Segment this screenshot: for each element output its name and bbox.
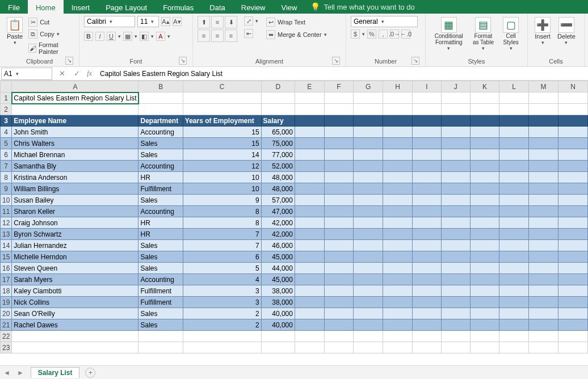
cell[interactable] — [558, 92, 588, 104]
cell[interactable] — [499, 319, 528, 331]
dialog-launcher-icon[interactable]: ↘ — [411, 57, 419, 65]
cell[interactable] — [295, 308, 324, 319]
indent-decrease-button[interactable]: ⇤ — [243, 28, 259, 39]
cell[interactable] — [470, 319, 499, 331]
cell[interactable]: 52,000 — [261, 161, 295, 172]
cell[interactable] — [295, 183, 324, 195]
row-header[interactable]: 4 — [1, 127, 12, 138]
tab-file[interactable]: File — [0, 0, 28, 14]
cell[interactable] — [354, 217, 383, 229]
row-header[interactable]: 9 — [1, 183, 12, 195]
column-header[interactable]: E — [295, 81, 324, 92]
cell[interactable]: Chris Walters — [12, 138, 138, 149]
cell[interactable] — [324, 229, 354, 240]
cancel-icon[interactable]: ✕ — [56, 69, 69, 78]
cell[interactable] — [354, 342, 383, 353]
cell[interactable] — [470, 217, 499, 229]
cell[interactable] — [470, 183, 499, 195]
cell[interactable] — [558, 229, 588, 240]
cell[interactable] — [528, 161, 558, 172]
dialog-launcher-icon[interactable]: ↘ — [65, 57, 73, 65]
cell[interactable] — [528, 195, 558, 206]
cell[interactable] — [12, 331, 138, 342]
cell[interactable] — [558, 251, 588, 263]
cell[interactable] — [441, 183, 470, 195]
cell[interactable] — [528, 251, 558, 263]
bold-button[interactable]: B — [84, 32, 93, 41]
cell[interactable] — [441, 195, 470, 206]
cell[interactable] — [499, 149, 528, 161]
sheet-tab[interactable]: Salary List — [31, 367, 80, 378]
fx-icon[interactable]: fx — [83, 69, 95, 78]
cell[interactable] — [499, 285, 528, 297]
cell[interactable] — [499, 138, 528, 149]
column-header[interactable]: F — [324, 81, 354, 92]
cell[interactable] — [354, 297, 383, 308]
cell[interactable]: 38,000 — [261, 297, 295, 308]
cell[interactable] — [354, 172, 383, 183]
copy-button[interactable]: ⧉Copy▾ — [27, 29, 74, 39]
align-right-icon[interactable]: ≡ — [225, 30, 237, 42]
cell[interactable]: 44,000 — [261, 263, 295, 274]
cell[interactable] — [441, 331, 470, 342]
cell[interactable] — [413, 104, 441, 115]
cell[interactable] — [470, 195, 499, 206]
cell[interactable] — [499, 251, 528, 263]
cell[interactable] — [558, 161, 588, 172]
cell[interactable]: Rachel Dawes — [12, 319, 138, 331]
cell[interactable] — [383, 229, 413, 240]
cell[interactable] — [558, 331, 588, 342]
align-top-icon[interactable]: ⬆ — [198, 16, 210, 28]
cell[interactable]: Accounting — [138, 206, 183, 217]
cell[interactable] — [499, 274, 528, 285]
cell[interactable] — [183, 342, 261, 353]
cell[interactable] — [528, 183, 558, 195]
sheet-nav-right-icon[interactable]: ► — [14, 369, 27, 377]
cell[interactable] — [413, 263, 441, 274]
cell[interactable] — [441, 240, 470, 251]
cell[interactable] — [12, 104, 138, 115]
cell[interactable]: Michelle Herndon — [12, 251, 138, 263]
cell[interactable]: 77,000 — [261, 149, 295, 161]
cell[interactable]: 75,000 — [261, 138, 295, 149]
cell[interactable]: Capitol Sales Eastern Region Salary List — [12, 92, 138, 104]
cell[interactable] — [413, 240, 441, 251]
cell[interactable] — [383, 149, 413, 161]
cell[interactable] — [441, 92, 470, 104]
cell[interactable] — [383, 251, 413, 263]
cell[interactable] — [324, 297, 354, 308]
cell[interactable]: 2 — [183, 319, 261, 331]
cell[interactable] — [499, 92, 528, 104]
cell[interactable] — [324, 104, 354, 115]
cell[interactable]: 40,000 — [261, 308, 295, 319]
cell[interactable]: 48,000 — [261, 183, 295, 195]
cell[interactable] — [499, 297, 528, 308]
cell[interactable] — [295, 161, 324, 172]
cell[interactable] — [528, 308, 558, 319]
cell[interactable] — [324, 217, 354, 229]
cell[interactable]: Craig Johnson — [12, 217, 138, 229]
column-header[interactable]: H — [383, 81, 413, 92]
cell[interactable] — [383, 138, 413, 149]
cell[interactable] — [558, 263, 588, 274]
row-header[interactable]: 17 — [1, 274, 12, 285]
row-header[interactable]: 2 — [1, 104, 12, 115]
cell[interactable] — [558, 217, 588, 229]
row-header[interactable]: 12 — [1, 217, 12, 229]
decrease-font-icon[interactable]: A▾ — [173, 17, 182, 26]
cell[interactable] — [295, 172, 324, 183]
cell[interactable] — [324, 251, 354, 263]
cell[interactable] — [441, 342, 470, 353]
cell[interactable] — [499, 161, 528, 172]
column-header[interactable]: J — [441, 81, 470, 92]
cell[interactable] — [324, 319, 354, 331]
cell[interactable] — [354, 229, 383, 240]
cell[interactable] — [413, 331, 441, 342]
cell[interactable]: 14 — [183, 149, 261, 161]
cell[interactable]: 3 — [183, 285, 261, 297]
fill-color-button[interactable]: ◧ — [140, 32, 149, 41]
cell[interactable]: 5 — [183, 263, 261, 274]
cell[interactable] — [324, 206, 354, 217]
cell[interactable] — [383, 217, 413, 229]
cell[interactable] — [413, 297, 441, 308]
